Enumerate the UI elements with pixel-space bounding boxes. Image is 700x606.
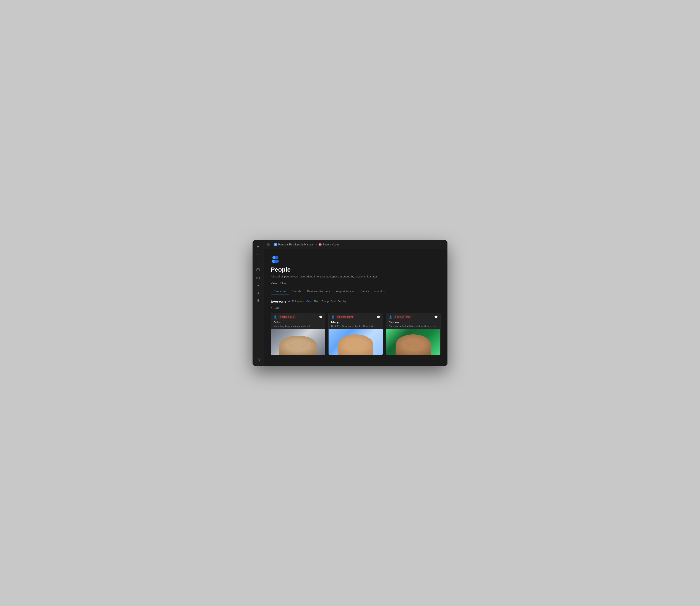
card-james: 👤 # person (prm) 💬 James Carpenter • Red… — [386, 313, 441, 355]
tab-acquaintances[interactable]: Acquaintances — [333, 288, 358, 295]
add-record-button[interactable]: + Add — [271, 306, 441, 309]
inbox-icon[interactable] — [255, 274, 262, 281]
tab-family[interactable]: Family — [358, 288, 372, 295]
home-icon[interactable] — [255, 356, 262, 363]
add-label: Add — [274, 306, 279, 309]
view-action-display[interactable]: Display — [338, 300, 346, 303]
card-john-person-icon: 👤 — [274, 315, 277, 319]
card-james-photo — [386, 329, 440, 355]
card-mary-meta: Back End Developer • Apple • New York — [329, 325, 383, 329]
svg-line-6 — [258, 294, 259, 294]
page-icon — [271, 255, 441, 264]
tab-friends[interactable]: Friends — [289, 288, 304, 295]
card-mary: 👤 # person (prm) 💬 Mary Back End Develop… — [328, 313, 383, 355]
card-mary-photo — [329, 329, 383, 355]
tab-everyone[interactable]: Everyone — [271, 288, 289, 295]
svg-point-12 — [319, 244, 321, 245]
main-content: / Personal Relationship Manager / — [264, 240, 448, 366]
svg-point-11 — [275, 245, 276, 246]
calendar-icon[interactable] — [255, 266, 262, 273]
svg-rect-0 — [257, 269, 260, 271]
pin-icon[interactable] — [255, 297, 262, 304]
topbar: / Personal Relationship Manager / — [264, 240, 448, 249]
tabs-bar: Everyone Friends Business Partners Acqua… — [271, 288, 441, 295]
back-icon[interactable]: ← — [255, 251, 262, 258]
filter-button[interactable]: Filter — [280, 282, 286, 285]
collapse-icon[interactable]: ◀ — [255, 243, 262, 250]
breadcrumb-page[interactable]: Search Nodes — [319, 243, 339, 246]
sidebar: ◀ ← → — [252, 240, 264, 366]
card-john-meta: Marketing Analyst • Apple • Madrid — [271, 325, 325, 329]
card-james-header: 👤 # person (prm) 💬 — [386, 313, 440, 320]
view-button[interactable]: View — [271, 282, 277, 285]
search-nodes-icon — [319, 243, 322, 246]
breadcrumb-page-label: Search Nodes — [323, 243, 339, 246]
card-mary-tag: # person (prm) — [336, 315, 354, 319]
card-mary-name: Mary — [329, 320, 383, 325]
card-james-tag: # person (prm) — [393, 315, 412, 319]
card-james-meta: Carpenter • Redon Woodworks • Manchester — [386, 325, 440, 329]
svg-line-13 — [320, 245, 321, 246]
edit-query-button[interactable]: Edit query — [292, 300, 304, 303]
card-john-name: John — [271, 320, 325, 325]
view-section: Everyone Edit query View Filter Group So… — [271, 300, 441, 355]
add-tab-button[interactable]: ⊕ Add tab — [372, 288, 388, 295]
lightning-icon[interactable] — [255, 282, 262, 289]
forward-icon[interactable]: → — [255, 258, 262, 265]
view-action-view[interactable]: View — [306, 300, 312, 303]
page-description: A list of all people you have added into… — [271, 275, 441, 278]
search-icon[interactable] — [255, 289, 262, 297]
card-john-tag: # person (prm) — [278, 315, 296, 319]
card-james-name: James — [386, 320, 440, 325]
view-title: Everyone — [271, 300, 286, 303]
card-mary-chat-icon[interactable]: 💬 — [377, 315, 380, 319]
page-title: People — [271, 266, 441, 273]
view-action-sort[interactable]: Sort — [331, 300, 336, 303]
svg-point-9 — [275, 244, 276, 244]
card-james-chat-icon[interactable]: 💬 — [434, 315, 438, 319]
card-john-chat-icon[interactable]: 💬 — [319, 315, 322, 319]
view-header: Everyone Edit query View Filter Group So… — [271, 300, 441, 303]
card-mary-person-icon: 👤 — [331, 315, 335, 319]
svg-point-5 — [257, 292, 259, 294]
card-james-person-icon: 👤 — [389, 315, 392, 319]
people-icon — [274, 243, 277, 246]
card-mary-header: 👤 # person (prm) 💬 — [329, 313, 383, 320]
svg-point-17 — [274, 260, 279, 263]
cards-grid: 👤 # person (prm) 💬 John Marketing Analys… — [271, 313, 441, 355]
svg-point-15 — [275, 256, 278, 259]
toolbar-row: View Filter — [271, 282, 441, 285]
tab-business-partners[interactable]: Business Partners — [304, 288, 333, 295]
view-action-filter[interactable]: Filter — [314, 300, 319, 303]
breadcrumb-workspace[interactable]: Personal Relationship Manager — [274, 243, 314, 246]
content-area: People A list of all people you have add… — [264, 249, 448, 366]
view-action-group[interactable]: Group — [322, 300, 329, 303]
workspace-dot — [267, 243, 270, 246]
card-john-photo — [271, 329, 325, 355]
breadcrumb-workspace-label: Personal Relationship Manager — [278, 243, 314, 246]
card-john: 👤 # person (prm) 💬 John Marketing Analys… — [271, 313, 325, 355]
view-indicator-dot — [289, 301, 290, 302]
card-john-header: 👤 # person (prm) 💬 — [271, 313, 325, 320]
